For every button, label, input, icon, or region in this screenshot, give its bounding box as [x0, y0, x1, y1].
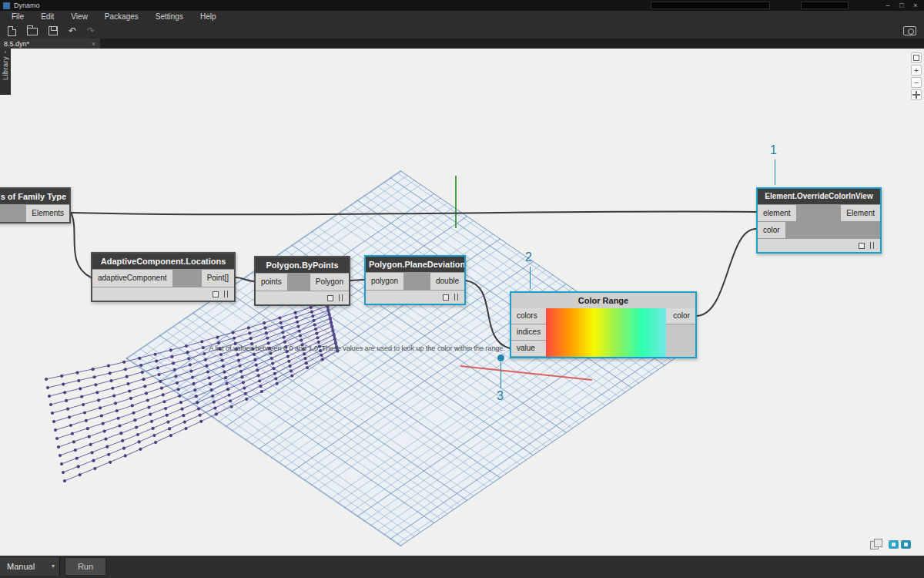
app-title: Dynamo — [14, 2, 40, 9]
callout-2-leader — [530, 267, 531, 289]
titlebar-search-field[interactable] — [651, 2, 770, 9]
graph-canvas[interactable]: s of Family Type Elements AdaptiveCompon… — [0, 49, 924, 556]
save-icon[interactable] — [49, 26, 58, 35]
callout-3-leader — [500, 362, 501, 388]
wire-double-to-value[interactable] — [466, 281, 510, 348]
wire-elements-to-adaptivecomponent[interactable] — [71, 213, 91, 277]
menu-packages[interactable]: Packages — [96, 11, 147, 23]
wire-elements-to-element[interactable] — [71, 211, 756, 214]
tab-close-icon[interactable]: × — [92, 40, 95, 48]
geometry-preview-icon[interactable] — [870, 539, 882, 549]
output-port-color[interactable]: color — [666, 308, 695, 324]
node-title[interactable]: Color Range — [511, 293, 695, 308]
wire-points-to-points[interactable] — [236, 277, 254, 281]
input-port-color[interactable]: color — [758, 222, 785, 238]
window-controls: – □ × — [881, 0, 922, 11]
node-adaptivecomponent-locations[interactable]: AdaptiveComponent.Locations adaptiveComp… — [91, 252, 236, 302]
node-polygon-planedeviation[interactable]: Polygon.PlaneDeviation polygon double — [364, 255, 466, 305]
input-port-colors[interactable]: colors — [511, 308, 546, 324]
color-range-gradient — [546, 308, 666, 357]
menu-file[interactable]: File — [3, 11, 32, 23]
chevron-down-icon: ▾ — [52, 557, 55, 576]
tab-label: 8.5.dyn* — [4, 40, 92, 48]
wire-polygon-to-polygon[interactable] — [350, 280, 364, 281]
menu-bar: File Edit View Packages Settings Help — [0, 11, 924, 23]
execution-bar: Manual ▾ Run — [0, 556, 924, 578]
run-button[interactable]: Run — [65, 557, 106, 576]
wire-color-to-color[interactable] — [697, 229, 756, 316]
callout-3: 3 — [497, 389, 504, 403]
callout-1-leader — [775, 160, 775, 185]
node-footer — [366, 291, 464, 304]
input-port-points[interactable]: points — [256, 274, 287, 291]
menu-edit[interactable]: Edit — [32, 11, 62, 23]
input-port-element[interactable]: element — [758, 205, 796, 221]
output-port-element[interactable]: Element — [841, 205, 880, 221]
tab-strip: 8.5.dyn* × — [0, 39, 924, 49]
node-title[interactable]: Polygon.PlaneDeviation — [366, 257, 464, 272]
output-port-double[interactable]: double — [430, 273, 464, 290]
redo-icon[interactable]: ↷ — [87, 24, 95, 38]
node-footer — [758, 239, 880, 252]
open-file-icon[interactable] — [27, 28, 38, 35]
lacing-icon[interactable] — [870, 242, 874, 249]
maximize-icon[interactable]: □ — [895, 0, 909, 11]
input-port-value[interactable]: value — [511, 341, 546, 356]
node-title[interactable]: s of Family Type — [0, 189, 69, 204]
dynamo-window: Dynamo – □ × File Edit View Packages Set… — [0, 0, 924, 578]
input-port-adaptivecomponent[interactable]: adaptiveComponent — [92, 270, 172, 287]
titlebar-signin-field[interactable] — [801, 2, 849, 9]
node-title[interactable]: AdaptiveComponent.Locations — [92, 254, 234, 269]
node-title[interactable]: Polygon.ByPoints — [256, 257, 349, 273]
zoom-in-button[interactable]: + — [911, 65, 922, 76]
port-tooltip: A list of values between 0.0 and 1.0. Th… — [209, 344, 505, 352]
minimize-icon[interactable]: – — [881, 0, 895, 11]
background-3d-view-icon[interactable] — [901, 540, 911, 549]
menu-help[interactable]: Help — [192, 11, 225, 23]
zoom-out-button[interactable]: − — [911, 77, 922, 88]
close-icon[interactable]: × — [909, 0, 922, 11]
zoom-fit-button[interactable] — [911, 52, 922, 63]
preview-checkbox[interactable] — [859, 243, 865, 249]
undo-icon[interactable]: ↶ — [69, 24, 76, 38]
node-elements-of-family-type[interactable]: s of Family Type Elements — [0, 187, 71, 223]
fit-icon — [913, 55, 919, 61]
run-mode-dropdown[interactable]: Manual ▾ — [0, 557, 60, 576]
library-panel-tab[interactable]: ‹ Library — [0, 49, 11, 95]
new-file-icon[interactable] — [8, 26, 16, 36]
callout-2: 2 — [525, 250, 532, 264]
dynamo-logo-icon — [3, 2, 10, 9]
node-body-filler — [666, 324, 695, 357]
output-port-polygon[interactable]: Polygon — [310, 274, 349, 291]
node-element-overridecolorinview[interactable]: Element.OverrideColorInView element Elem… — [756, 187, 882, 254]
input-port-indices[interactable]: indices — [511, 324, 546, 340]
pan-button[interactable] — [911, 89, 922, 100]
export-image-icon[interactable] — [903, 26, 916, 35]
collapse-arrow-icon: ‹ — [5, 49, 7, 56]
node-footer — [92, 287, 234, 301]
menu-settings[interactable]: Settings — [147, 11, 192, 23]
lacing-icon[interactable] — [454, 294, 458, 301]
canvas-controls: + − — [911, 52, 922, 100]
graph-view-icon[interactable] — [889, 540, 899, 549]
output-port-point-list[interactable]: Point[] — [202, 270, 234, 287]
lacing-icon[interactable] — [224, 291, 228, 297]
tab-workspace[interactable]: 8.5.dyn* × — [0, 39, 100, 49]
input-port-polygon[interactable]: polygon — [366, 273, 403, 290]
preview-checkbox[interactable] — [443, 294, 449, 301]
node-polygon-bypoints[interactable]: Polygon.ByPoints points Polygon — [254, 256, 350, 306]
menu-view[interactable]: View — [62, 11, 96, 23]
preview-checkbox[interactable] — [327, 295, 333, 301]
output-port-elements[interactable]: Elements — [26, 205, 69, 222]
toolbar: ↶ ↷ — [0, 23, 924, 39]
preview-checkbox[interactable] — [213, 291, 219, 297]
node-color-range[interactable]: Color Range colors indices value color — [510, 291, 697, 358]
callout-1: 1 — [770, 143, 777, 157]
pan-icon — [912, 91, 920, 99]
title-bar: Dynamo – □ × — [0, 0, 924, 11]
lacing-icon[interactable] — [339, 294, 343, 301]
run-mode-value: Manual — [7, 562, 35, 571]
view-mode-icons — [870, 539, 911, 549]
library-label: Library — [2, 56, 9, 80]
node-title[interactable]: Element.OverrideColorInView — [758, 189, 880, 204]
